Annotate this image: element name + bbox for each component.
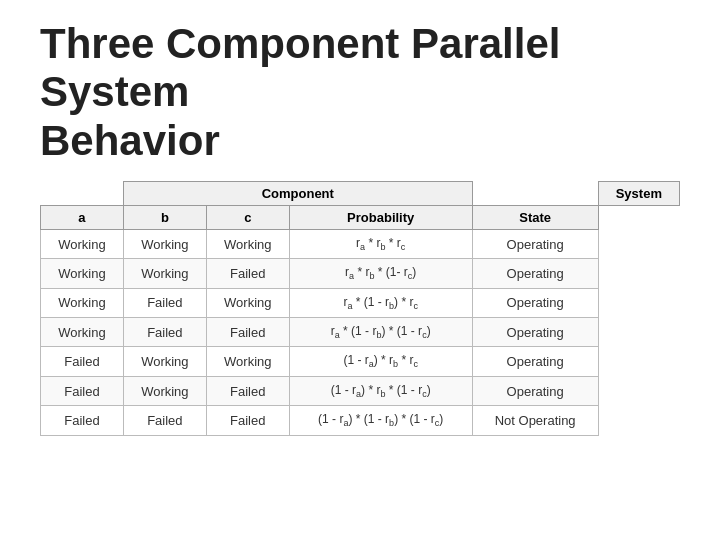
table-row: WorkingWorkingWorkingra * rb * rcOperati… [41,229,680,258]
page-title: Three Component Parallel System Behavior [40,20,680,165]
table-row: WorkingWorkingFailedra * rb * (1- rc)Ope… [41,259,680,288]
cell-b: Working [123,259,206,288]
col-a-header: a [41,205,124,229]
cell-c: Working [206,229,289,258]
cell-probability: ra * rb * rc [289,229,472,258]
page: Three Component Parallel System Behavior… [0,0,720,456]
cell-b: Working [123,229,206,258]
cell-c: Failed [206,259,289,288]
cell-c: Working [206,347,289,376]
cell-a: Failed [41,347,124,376]
table-row: WorkingFailedWorkingra * (1 - rb) * rcOp… [41,288,680,317]
cell-a: Working [41,318,124,347]
table-wrapper: Component System a b c Probability State… [40,181,680,436]
cell-probability: ra * (1 - rb) * (1 - rc) [289,318,472,347]
table-row: FailedWorkingWorking(1 - ra) * rb * rcOp… [41,347,680,376]
cell-a: Working [41,288,124,317]
cell-probability: (1 - ra) * rb * rc [289,347,472,376]
cell-state: Operating [472,229,598,258]
cell-c: Working [206,288,289,317]
component-group-header: Component [123,181,472,205]
col-state-header: State [472,205,598,229]
behavior-table: Component System a b c Probability State… [40,181,680,436]
cell-state: Operating [472,347,598,376]
col-b-header: b [123,205,206,229]
cell-b: Failed [123,406,206,435]
cell-state: Operating [472,376,598,405]
col-c-header: c [206,205,289,229]
cell-state: Operating [472,259,598,288]
cell-c: Failed [206,406,289,435]
table-row: FailedWorkingFailed(1 - ra) * rb * (1 - … [41,376,680,405]
cell-b: Working [123,347,206,376]
cell-probability: ra * rb * (1- rc) [289,259,472,288]
system-group-header: System [598,181,679,205]
cell-a: Working [41,229,124,258]
cell-state: Operating [472,288,598,317]
cell-probability: (1 - ra) * rb * (1 - rc) [289,376,472,405]
cell-a: Failed [41,376,124,405]
cell-b: Failed [123,288,206,317]
cell-b: Failed [123,318,206,347]
cell-c: Failed [206,318,289,347]
cell-c: Failed [206,376,289,405]
cell-probability: (1 - ra) * (1 - rb) * (1 - rc) [289,406,472,435]
cell-state: Not Operating [472,406,598,435]
table-row: WorkingFailedFailedra * (1 - rb) * (1 - … [41,318,680,347]
cell-b: Working [123,376,206,405]
cell-state: Operating [472,318,598,347]
cell-a: Failed [41,406,124,435]
cell-a: Working [41,259,124,288]
cell-probability: ra * (1 - rb) * rc [289,288,472,317]
table-row: FailedFailedFailed(1 - ra) * (1 - rb) * … [41,406,680,435]
col-prob-header: Probability [289,205,472,229]
